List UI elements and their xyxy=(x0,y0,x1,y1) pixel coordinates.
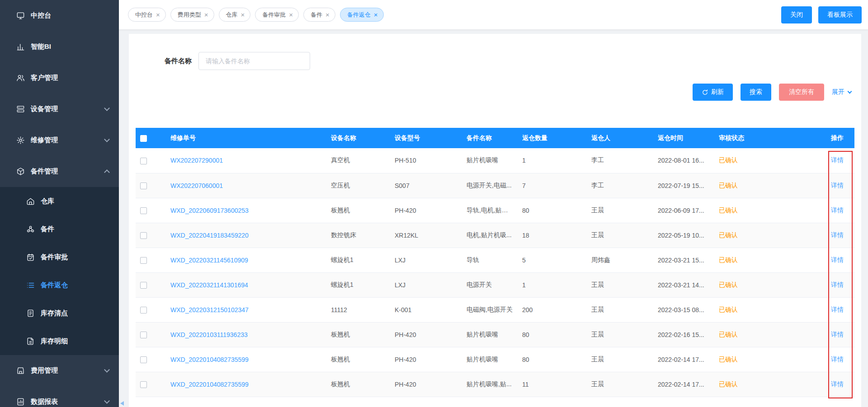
detail-link[interactable]: 详情 xyxy=(831,380,844,388)
order-link[interactable]: WXD_20220312150102347 xyxy=(170,306,249,313)
return-time: 2022-02-14 17... xyxy=(658,356,704,363)
order-link[interactable]: WXD_20220104082735599 xyxy=(170,381,249,388)
search-form: 备件名称 xyxy=(129,52,861,70)
row-checkbox[interactable] xyxy=(140,356,147,363)
table-row: WXD_20220609173600253板翘机PH-420导轨,电机,贴片..… xyxy=(136,198,854,223)
sidebar-item-cost[interactable]: 费用管理 xyxy=(0,355,119,386)
detail-link[interactable]: 详情 xyxy=(831,356,844,363)
scrollbar-left-arrow[interactable] xyxy=(120,401,124,406)
order-link[interactable]: WXD_20220321145610909 xyxy=(170,257,248,264)
row-checkbox[interactable] xyxy=(140,282,147,289)
table-row: WXD_20220103111936233板翘机PH-420贴片机吸嘴80王晨2… xyxy=(136,322,854,347)
detail-link[interactable]: 详情 xyxy=(831,281,844,288)
detail-link[interactable]: 详情 xyxy=(831,256,844,263)
part-name: 贴片机吸嘴 xyxy=(467,156,498,164)
part-name-input[interactable] xyxy=(198,52,310,70)
row-checkbox[interactable] xyxy=(140,182,147,189)
sidebar-item-inventory-detail[interactable]: 库存明细 xyxy=(0,327,119,355)
row-checkbox[interactable] xyxy=(140,307,147,313)
order-link[interactable]: WXD_20220609173600253 xyxy=(170,207,249,214)
table-row: WXD_20220104082735599板翘机PH-420贴片机吸嘴,贴...… xyxy=(136,372,854,397)
status-badge: 已确认 xyxy=(719,156,738,164)
detail-link[interactable]: 详情 xyxy=(831,206,844,214)
row-checkbox[interactable] xyxy=(140,158,147,164)
sidebar-item-approval[interactable]: 备件审批 xyxy=(0,243,119,271)
part-name-label: 备件名称 xyxy=(165,57,192,65)
sidebar-item-devices[interactable]: 设备管理 xyxy=(0,94,119,125)
device-name: 板翘机 xyxy=(331,356,350,363)
console-icon xyxy=(16,11,25,20)
sidebar-item-customers[interactable]: 客户管理 xyxy=(0,62,119,94)
tab-label: 费用类型 xyxy=(178,11,201,19)
toolbar: 刷新 搜索 清空所有 展开 xyxy=(129,84,861,101)
select-all-header xyxy=(136,128,166,148)
status-badge: 已确认 xyxy=(719,182,738,189)
close-icon[interactable]: × xyxy=(241,11,245,18)
device-name: 螺旋机1 xyxy=(331,256,354,263)
order-link[interactable]: WXD_20220103111936233 xyxy=(170,331,248,338)
row-checkbox[interactable] xyxy=(140,207,147,214)
sidebar-item-bi[interactable]: 智能BI xyxy=(0,31,119,62)
close-icon[interactable]: × xyxy=(204,11,208,18)
sidebar-item-repair[interactable]: 维修管理 xyxy=(0,125,119,156)
sidebar-item-parts[interactable]: 备件 xyxy=(0,215,119,243)
device-name: 螺旋机1 xyxy=(331,281,354,288)
tab-return[interactable]: 备件返仓× xyxy=(340,8,384,22)
close-button[interactable]: 关闭 xyxy=(781,6,812,23)
sidebar: 中控台智能BI客户管理设备管理维修管理备件管理仓库备件备件审批备件返仓库存清点库… xyxy=(0,0,119,407)
board-display-button[interactable]: 看板展示 xyxy=(818,6,862,23)
sidebar-item-report[interactable]: 数据报表 xyxy=(0,386,119,407)
customers-icon xyxy=(16,74,25,82)
tab-cost-type[interactable]: 费用类型× xyxy=(170,8,214,22)
detail-link[interactable]: 详情 xyxy=(831,231,844,239)
device-model: XR12KL xyxy=(395,232,418,239)
clear-all-button[interactable]: 清空所有 xyxy=(779,84,824,101)
order-link[interactable]: WX202207060001 xyxy=(170,182,223,189)
tab-approval[interactable]: 备件审批× xyxy=(255,8,299,22)
tab-warehouse[interactable]: 仓库× xyxy=(219,8,251,22)
repair-icon xyxy=(16,136,25,145)
tab-parts[interactable]: 备件× xyxy=(303,8,335,22)
sidebar-item-label: 设备管理 xyxy=(31,105,58,113)
sidebar-item-inventory-check[interactable]: 库存清点 xyxy=(0,299,119,327)
close-icon[interactable]: × xyxy=(289,11,293,18)
row-checkbox[interactable] xyxy=(140,332,147,338)
order-link[interactable]: WX202207290001 xyxy=(170,157,223,164)
chevron-down-icon xyxy=(104,136,110,142)
sidebar-item-return[interactable]: 备件返仓 xyxy=(0,271,119,299)
detail-link[interactable]: 详情 xyxy=(831,331,844,338)
order-link[interactable]: WXD_20220321141301694 xyxy=(170,281,248,289)
order-link[interactable]: WXD_20220419183459220 xyxy=(170,232,249,239)
device-model: PH-420 xyxy=(395,381,416,388)
part-name: 电机,贴片机吸... xyxy=(467,231,512,239)
order-link[interactable]: WXD_20220104082735599 xyxy=(170,356,249,363)
close-icon[interactable]: × xyxy=(156,11,160,18)
close-icon[interactable]: × xyxy=(326,11,330,18)
status-badge: 已确认 xyxy=(719,206,738,214)
device-name: 真空机 xyxy=(331,156,350,164)
detail-link[interactable]: 详情 xyxy=(831,182,844,189)
sidebar-menu: 中控台智能BI客户管理设备管理维修管理备件管理仓库备件备件审批备件返仓库存清点库… xyxy=(0,0,119,407)
detail-link[interactable]: 详情 xyxy=(831,306,844,313)
status-badge: 已确认 xyxy=(719,306,738,313)
row-checkbox[interactable] xyxy=(140,257,147,264)
sidebar-item-spareparts[interactable]: 备件管理 xyxy=(0,156,119,187)
close-icon[interactable]: × xyxy=(374,11,378,18)
sidebar-item-warehouse[interactable]: 仓库 xyxy=(0,187,119,215)
return-time: 2022-03-21 15... xyxy=(658,257,704,264)
table-wrap: 维修单号设备名称设备型号备件名称返仓数量返仓人返仓时间审核状态操作 WX2022… xyxy=(136,128,854,397)
tab-label: 备件返仓 xyxy=(347,11,371,19)
row-checkbox[interactable] xyxy=(140,232,147,239)
tab-console[interactable]: 中控台× xyxy=(128,8,166,22)
detail-link[interactable]: 详情 xyxy=(831,156,844,164)
report-icon xyxy=(16,398,25,406)
search-button[interactable]: 搜索 xyxy=(741,84,771,101)
row-checkbox[interactable] xyxy=(140,381,147,388)
refresh-button[interactable]: 刷新 xyxy=(693,84,733,101)
sidebar-item-console[interactable]: 中控台 xyxy=(0,0,119,31)
bi-icon xyxy=(16,42,25,51)
expand-toggle[interactable]: 展开 xyxy=(832,88,851,96)
column-header: 设备型号 xyxy=(390,128,462,148)
results-table: 维修单号设备名称设备型号备件名称返仓数量返仓人返仓时间审核状态操作 WX2022… xyxy=(136,128,854,397)
select-all-checkbox[interactable] xyxy=(140,135,147,142)
